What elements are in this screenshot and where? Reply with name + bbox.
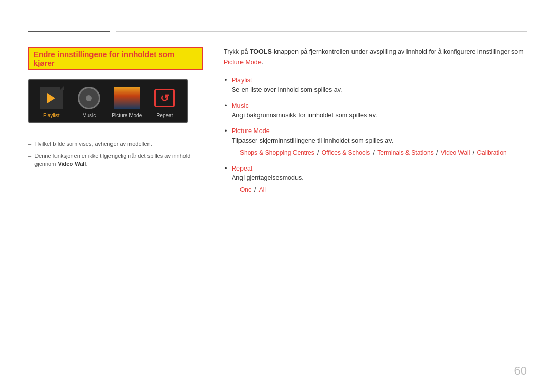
desc-repeat: Angi gjentagelsesmodus. <box>232 173 527 183</box>
music-label: Music <box>82 113 96 118</box>
repeat-sub-list: One / All <box>232 185 527 195</box>
bullet-repeat: Repeat Angi gjentagelsesmodus. One / All <box>224 164 527 195</box>
right-column: Trykk på TOOLS-knappen på fjernkontrolle… <box>224 47 527 371</box>
player-item-playlist: Playlist <box>35 86 67 118</box>
page-container: Endre innstillingene for innholdet som k… <box>0 0 555 392</box>
term-playlist: Playlist <box>232 77 252 84</box>
left-divider <box>28 134 121 134</box>
intro-suffix: -knappen på fjernkontrollen under avspil… <box>272 48 524 55</box>
link-shops[interactable]: Shops & Shopping Centres <box>240 149 314 156</box>
picture-mode-label: Picture Mode <box>112 113 142 118</box>
play-triangle <box>47 93 55 103</box>
desc-music: Angi bakgrunnsmusikk for innholdet som s… <box>232 110 527 120</box>
picture-mode-sub-item: Shops & Shopping Centres / Offices & Sch… <box>232 148 527 158</box>
intro-paragraph: Trykk på TOOLS-knappen på fjernkontrolle… <box>224 47 527 67</box>
notes-section: Hvilket bilde som vises, avhenger av mod… <box>28 140 203 168</box>
rule-thick <box>28 31 110 32</box>
music-icon-wrapper <box>73 86 104 110</box>
desc-playlist: Se en liste over innhold som spilles av. <box>232 85 527 95</box>
bullet-list: Playlist Se en liste over innhold som sp… <box>224 76 527 195</box>
bullet-music: Music Angi bakgrunnsmusikk for innholdet… <box>224 101 527 121</box>
player-item-music: Music <box>73 86 105 118</box>
bullet-playlist: Playlist Se en liste over innhold som sp… <box>224 76 527 95</box>
intro-bold: TOOLS <box>250 48 272 55</box>
rule-thin <box>116 31 527 32</box>
player-ui: Playlist Music Picture Mod <box>28 79 188 123</box>
section-title: Endre innstillingene for innholdet som k… <box>28 47 203 70</box>
note-item-1: Hvilket bilde som vises, avhenger av mod… <box>28 140 203 148</box>
page-number: 60 <box>514 364 527 378</box>
music-icon <box>78 87 100 109</box>
link-video-wall[interactable]: Video Wall <box>441 149 470 156</box>
repeat-label: Repeat <box>156 113 173 118</box>
picture-mode-icon <box>114 87 140 109</box>
bullet-picture-mode: Picture Mode Tilpasser skjerminnstilling… <box>224 126 527 158</box>
intro-prefix: Trykk på <box>224 48 250 55</box>
player-item-repeat: Repeat <box>149 86 181 118</box>
picture-bg <box>114 87 140 109</box>
repeat-sub-item: One / All <box>232 185 527 195</box>
playlist-icon <box>40 87 63 109</box>
link-calibration[interactable]: Calibration <box>477 149 506 156</box>
term-repeat: Repeat <box>232 165 252 172</box>
picture-mode-icon-wrapper <box>112 86 142 110</box>
note-text-2: Denne funksjonen er ikke tilgjengelig nå… <box>34 152 203 168</box>
note-item-2: Denne funksjonen er ikke tilgjengelig nå… <box>28 152 203 168</box>
link-terminals[interactable]: Terminals & Stations <box>377 149 433 156</box>
term-picture-mode: Picture Mode <box>232 127 270 135</box>
playlist-icon-wrapper <box>36 86 67 110</box>
repeat-icon-wrapper <box>149 86 180 110</box>
playlist-label: Playlist <box>43 113 60 118</box>
left-column: Endre innstillingene for innholdet som k… <box>28 47 203 371</box>
term-music: Music <box>232 102 249 109</box>
repeat-icon <box>154 89 175 107</box>
player-item-picture-mode: Picture Mode <box>111 86 143 118</box>
link-one[interactable]: One <box>240 186 252 193</box>
link-offices[interactable]: Offices & Schools <box>322 149 371 156</box>
picture-mode-sub-list: Shops & Shopping Centres / Offices & Sch… <box>232 148 527 158</box>
note-text-1: Hvilket bilde som vises, avhenger av mod… <box>34 140 152 148</box>
top-rule <box>28 31 527 32</box>
content-columns: Endre innstillingene for innholdet som k… <box>28 47 527 371</box>
link-all[interactable]: All <box>259 186 266 193</box>
picture-mode-intro-link[interactable]: Picture Mode <box>224 59 262 66</box>
desc-picture-mode: Tilpasser skjerminnstillingene til innho… <box>232 136 527 146</box>
